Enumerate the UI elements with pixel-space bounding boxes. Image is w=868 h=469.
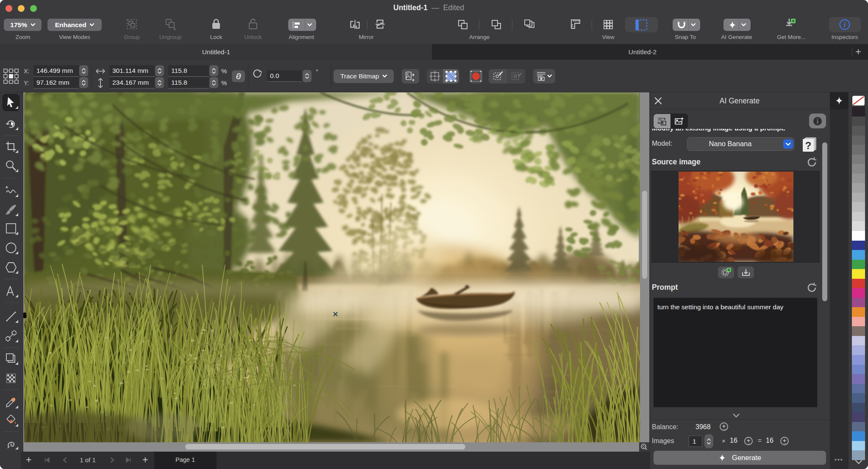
svg-text:i: i xyxy=(844,21,846,28)
svg-text:?: ? xyxy=(805,140,812,151)
